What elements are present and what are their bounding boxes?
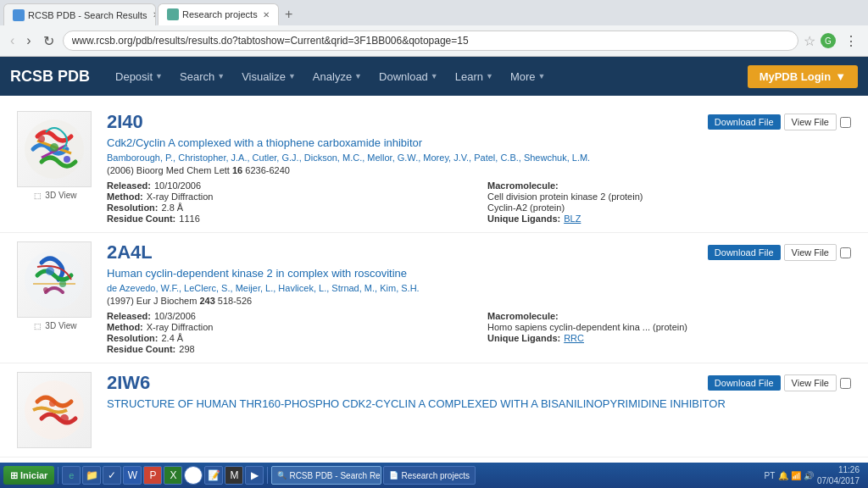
released-row-2: Released: 10/3/2006 — [107, 311, 470, 321]
download-chevron: ▼ — [431, 72, 438, 80]
method-row-1: Method: X-ray Diffraction — [107, 191, 470, 202]
resolution-row-2: Resolution: 2.4 Å — [107, 333, 470, 343]
citation-2: (1997) Eur J Biochem 243 518-526 — [107, 296, 851, 306]
svg-point-1 — [38, 136, 45, 142]
nav-more[interactable]: More ▼ — [502, 57, 554, 96]
pdb-id-3: 2IW6 — [107, 372, 150, 394]
structure-title-2: Human cyclin-dependent kinase 2 in compl… — [107, 267, 851, 280]
ligands-row-2: Unique Ligands: RRC — [487, 333, 851, 343]
pdb-id-2: 2A4L — [107, 241, 153, 263]
result-header-3: 2IW6 Download File View File — [107, 372, 851, 394]
results-container: ⬚ 3D View 2I40 Download File View File C… — [0, 96, 868, 463]
result-content-1: 2I40 Download File View File Cdk2/Cyclin… — [107, 111, 851, 224]
download-file-button-3[interactable]: Download File — [708, 375, 781, 391]
browser-chrome: RCSB PDB - Search Results ✕ Research pro… — [0, 0, 868, 57]
view-file-button-2[interactable]: View File — [784, 244, 837, 261]
result-header-2: 2A4L Download File View File — [107, 241, 851, 263]
select-checkbox-3[interactable] — [840, 378, 851, 389]
tab-favicon-1 — [13, 9, 25, 21]
tab-favicon-2 — [167, 8, 179, 20]
protein-visualization-2 — [20, 246, 88, 313]
authors-1: Bamborough, P., Christopher, J.A., Cutle… — [107, 152, 851, 163]
protein-visualization-3 — [20, 376, 88, 444]
result-actions-3: Download File View File — [708, 374, 851, 391]
details-grid-2: Released: 10/3/2006 Macromolecule: Metho… — [107, 311, 851, 354]
details-grid-1: Released: 10/10/2006 Macromolecule: Meth… — [107, 180, 851, 224]
cube-icon-2: ⬚ — [34, 322, 42, 330]
nav-download[interactable]: Download ▼ — [370, 57, 447, 96]
macromolecule-value-1: Cell division protein kinase 2 (protein) — [487, 191, 851, 202]
tab-research[interactable]: Research projects ✕ — [158, 3, 279, 25]
view-file-button-1[interactable]: View File — [784, 114, 837, 130]
result-actions-1: Download File View File — [708, 114, 851, 130]
svg-point-6 — [59, 280, 66, 287]
nav-learn[interactable]: Learn ▼ — [447, 57, 502, 96]
tab-close-2[interactable]: ✕ — [263, 10, 270, 19]
analyze-chevron: ▼ — [354, 72, 362, 80]
svg-point-2 — [64, 156, 70, 163]
released-row-1: Released: 10/10/2006 — [107, 180, 470, 191]
nav-visualize[interactable]: Visualize ▼ — [233, 57, 304, 96]
view-file-button-3[interactable]: View File — [784, 374, 837, 391]
svg-point-10 — [60, 414, 69, 423]
citation-1: (2006) Bioorg Med Chem Lett 16 6236-6240 — [107, 165, 851, 175]
pdb-id-1: 2I40 — [107, 111, 143, 133]
nav-search[interactable]: Search ▼ — [171, 57, 233, 96]
structure-img-box-3 — [17, 372, 92, 448]
result-content-3: 2IW6 Download File View File STRUCTURE O… — [107, 372, 851, 413]
address-bar: ‹ › ↻ ☆ G ⋮ — [0, 25, 868, 56]
view-3d-button-1[interactable]: ⬚ 3D View — [34, 191, 77, 200]
select-checkbox-1[interactable] — [840, 117, 851, 128]
select-checkbox-2[interactable] — [840, 247, 851, 258]
extension-button[interactable]: G — [821, 33, 836, 48]
download-file-button-2[interactable]: Download File — [708, 245, 781, 260]
svg-point-9 — [49, 400, 56, 407]
view-3d-button-2[interactable]: ⬚ 3D View — [34, 321, 77, 330]
svg-point-5 — [46, 267, 54, 275]
visualize-chevron: ▼ — [288, 72, 296, 80]
tab-title-1: RCSB PDB - Search Results — [28, 10, 147, 20]
macromolecule-row-2: Macromolecule: — [487, 311, 851, 321]
result-item: ⬚ 3D View 2I40 Download File View File C… — [0, 103, 868, 233]
mypdb-login-button[interactable]: MyPDB Login ▼ — [748, 65, 858, 88]
learn-chevron: ▼ — [486, 72, 493, 80]
url-input[interactable] — [63, 30, 798, 51]
mypdb-chevron: ▼ — [835, 70, 846, 83]
menu-button[interactable]: ⋮ — [841, 31, 861, 51]
search-chevron: ▼ — [217, 72, 225, 80]
tab-bar: RCSB PDB - Search Results ✕ Research pro… — [0, 0, 868, 25]
structure-title-1: Cdk2/Cyclin A complexed with a thiophene… — [107, 136, 851, 149]
refresh-button[interactable]: ↻ — [40, 31, 58, 51]
result-actions-2: Download File View File — [708, 244, 851, 261]
structure-image-2: ⬚ 3D View — [17, 241, 93, 331]
method-row-2: Method: X-ray Diffraction — [107, 322, 470, 332]
authors-2: de Azevedo, W.F., LeClerc, S., Meijer, L… — [107, 283, 851, 293]
structure-image-1: ⬚ 3D View — [17, 111, 93, 201]
bookmark-button[interactable]: ☆ — [804, 33, 815, 49]
new-tab-button[interactable]: + — [281, 6, 298, 23]
nav-analyze[interactable]: Analyze ▼ — [304, 57, 370, 96]
structure-img-box-1 — [17, 111, 92, 187]
tab-title-2: Research projects — [182, 9, 258, 19]
result-content-2: 2A4L Download File View File Human cycli… — [107, 241, 851, 354]
forward-button[interactable]: › — [23, 31, 34, 50]
result-item-2: ⬚ 3D View 2A4L Download File View File H… — [0, 233, 868, 363]
rcsb-navbar: RCSB PDB Deposit ▼ Search ▼ Visualize ▼ … — [0, 57, 868, 96]
structure-img-box-2 — [17, 241, 92, 318]
deposit-chevron: ▼ — [155, 72, 163, 80]
resolution-row-1: Resolution: 2.8 Å — [107, 202, 470, 213]
back-button[interactable]: ‹ — [7, 31, 18, 50]
more-chevron: ▼ — [538, 72, 546, 80]
nav-deposit[interactable]: Deposit ▼ — [107, 57, 171, 96]
cube-icon-1: ⬚ — [34, 191, 42, 200]
rcsb-logo: RCSB PDB — [10, 68, 90, 86]
macromolecule2-row-1: Cyclin-A2 (protein) — [487, 202, 851, 213]
tab-search-results[interactable]: RCSB PDB - Search Results ✕ — [3, 3, 156, 25]
download-file-button-1[interactable]: Download File — [708, 114, 781, 130]
svg-point-7 — [43, 287, 48, 292]
macromolecule-row-1: Macromolecule: — [487, 180, 851, 191]
macromolecule-value-2: Homo sapiens cyclin-dependent kina ... (… — [487, 322, 851, 332]
taskbar: ⊞ Iniciar e 📁 ✓ W P X ● 📝 M ▶ 🔍 RCSB PDB… — [0, 463, 868, 463]
tab-close-1[interactable]: ✕ — [153, 10, 156, 19]
structure-title-3: STRUCTURE OF HUMAN THR160-PHOSPHO CDK2-C… — [107, 397, 851, 410]
